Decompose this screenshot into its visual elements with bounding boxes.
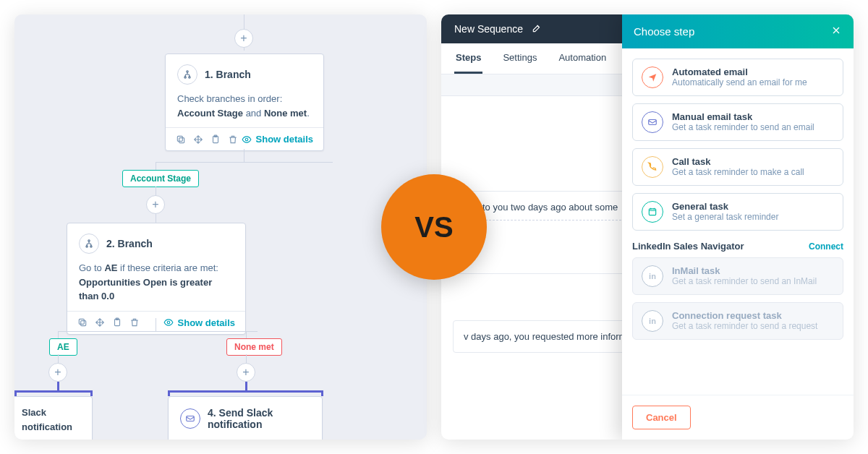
- card-title: Slack notification: [22, 407, 72, 432]
- svg-rect-16: [187, 416, 195, 421]
- linkedin-section-heading: LinkedIn Sales Navigator: [632, 241, 744, 252]
- card-title: 2. Branch: [106, 238, 153, 249]
- branch-icon: [177, 64, 197, 85]
- copy-icon[interactable]: [176, 134, 186, 145]
- slack-card-4[interactable]: 4. Send Slack notification Would send: [168, 396, 323, 440]
- add-step-none[interactable]: +: [237, 363, 255, 382]
- option-call-task[interactable]: Call taskGet a task reminder to make a c…: [632, 148, 843, 186]
- card-tool-icons: [77, 317, 140, 327]
- branch-2-description: Go to AE if these criteria are met: Oppo…: [79, 261, 234, 304]
- choose-step-drawer: Choose step Automated emailAutomatically…: [622, 14, 854, 440]
- tab-settings[interactable]: Settings: [501, 43, 538, 74]
- move-icon[interactable]: [193, 134, 203, 145]
- close-icon[interactable]: [830, 25, 842, 38]
- svg-rect-4: [177, 136, 182, 141]
- svg-rect-12: [79, 319, 84, 324]
- card-title: 1. Branch: [205, 69, 251, 80]
- tab-automation[interactable]: Automation: [557, 43, 608, 74]
- chip-ae[interactable]: AE: [49, 338, 77, 356]
- show-details-link[interactable]: Show details: [242, 134, 313, 145]
- show-details-link[interactable]: Show details: [163, 317, 235, 328]
- card-title: 4. Send Slack notification: [208, 407, 310, 430]
- edit-icon[interactable]: [532, 23, 542, 35]
- option-manual-email-task[interactable]: Manual email taskGet a task reminder to …: [632, 103, 843, 141]
- branch-card-2[interactable]: 2. Branch Go to AE if these criteria are…: [67, 223, 246, 335]
- svg-rect-17: [649, 120, 657, 125]
- workflow-panel: + 1. Branch Check branches in order: Acc…: [14, 14, 427, 440]
- card-tool-icons: [176, 134, 238, 145]
- add-step-ae[interactable]: +: [48, 363, 67, 382]
- mail-icon: [180, 408, 200, 429]
- option-connection-request-disabled: in Connection request taskGet a task rem…: [632, 302, 843, 340]
- trash-icon[interactable]: [228, 134, 238, 145]
- move-icon[interactable]: [95, 317, 105, 327]
- svg-point-10: [90, 246, 92, 247]
- tab-steps[interactable]: Steps: [454, 43, 482, 74]
- slack-4-body: Would send: [180, 437, 310, 440]
- add-step-mid[interactable]: +: [146, 195, 165, 214]
- svg-rect-18: [649, 209, 655, 215]
- branch-card-1[interactable]: 1. Branch Check branches in order: Accou…: [165, 53, 324, 151]
- svg-point-2: [189, 77, 190, 78]
- vs-badge: VS: [381, 174, 487, 280]
- svg-point-8: [88, 240, 90, 241]
- sequence-title: New Sequence: [454, 23, 523, 35]
- clipboard-icon[interactable]: [210, 134, 221, 145]
- svg-point-9: [86, 246, 88, 247]
- branch-1-description: Check branches in order: Account Stage a…: [177, 92, 312, 120]
- option-automated-email[interactable]: Automated emailAutomatically send an ema…: [632, 59, 843, 96]
- drawer-title: Choose step: [634, 25, 694, 38]
- svg-point-0: [187, 71, 188, 72]
- workflow-canvas[interactable]: + 1. Branch Check branches in order: Acc…: [14, 14, 427, 440]
- sequence-panel: New Sequence Steps Settings Automation Y…: [441, 14, 854, 440]
- svg-rect-3: [179, 137, 184, 142]
- svg-point-15: [167, 321, 170, 324]
- cancel-button[interactable]: Cancel: [632, 406, 691, 429]
- branch-icon: [79, 234, 99, 254]
- copy-icon[interactable]: [77, 317, 88, 327]
- option-general-task[interactable]: General taskSet a general task reminder: [632, 193, 843, 231]
- linkedin-connect-link[interactable]: Connect: [809, 241, 843, 252]
- svg-point-1: [184, 77, 186, 78]
- add-step-top[interactable]: +: [234, 29, 253, 48]
- chip-account-stage[interactable]: Account Stage: [122, 170, 199, 187]
- option-inmail-task-disabled: in InMail taskGet a task reminder to sen…: [632, 257, 843, 295]
- chip-none-met[interactable]: None met: [226, 338, 282, 356]
- svg-rect-11: [81, 321, 86, 326]
- svg-point-7: [245, 138, 248, 141]
- trash-icon[interactable]: [129, 317, 140, 327]
- slack-card-left-truncated[interactable]: Slack notification: [14, 396, 93, 440]
- clipboard-icon[interactable]: [112, 317, 122, 327]
